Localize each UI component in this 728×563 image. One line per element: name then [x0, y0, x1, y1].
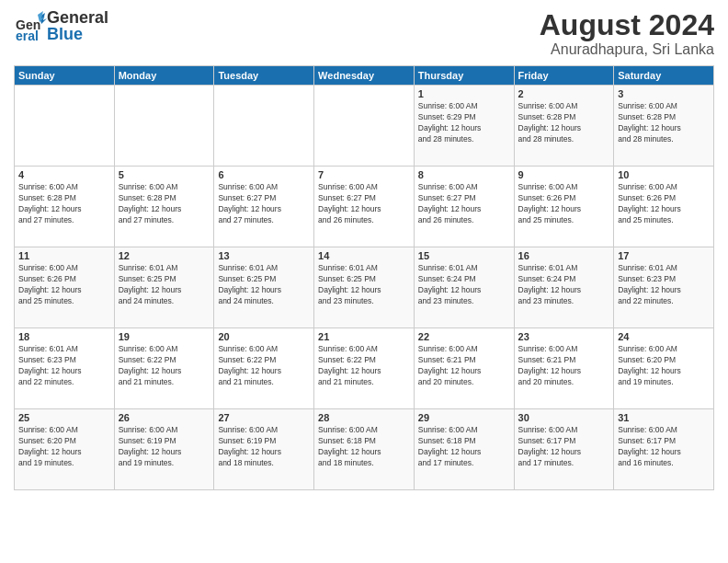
- day-number: 20: [218, 331, 310, 342]
- logo-blue: Blue: [47, 26, 108, 42]
- calendar-cell: 6Sunrise: 6:00 AMSunset: 6:27 PMDaylight…: [214, 167, 314, 247]
- calendar-cell: 14Sunrise: 6:01 AMSunset: 6:25 PMDayligh…: [314, 247, 415, 328]
- calendar-cell: 7Sunrise: 6:00 AMSunset: 6:27 PMDaylight…: [314, 167, 415, 247]
- calendar-cell: 1Sunrise: 6:00 AMSunset: 6:29 PMDaylight…: [414, 86, 514, 167]
- day-info: Sunrise: 6:00 AMSunset: 6:19 PMDaylight:…: [218, 425, 310, 469]
- col-saturday: Saturday: [614, 66, 714, 86]
- calendar-cell: 11Sunrise: 6:00 AMSunset: 6:26 PMDayligh…: [15, 247, 115, 328]
- day-info: Sunrise: 6:01 AMSunset: 6:25 PMDaylight:…: [218, 263, 310, 307]
- day-number: 21: [318, 331, 410, 342]
- day-number: 29: [418, 412, 510, 423]
- day-info: Sunrise: 6:01 AMSunset: 6:25 PMDaylight:…: [119, 263, 210, 307]
- day-number: 2: [518, 88, 610, 99]
- day-info: Sunrise: 6:00 AMSunset: 6:20 PMDaylight:…: [618, 344, 710, 388]
- day-info: Sunrise: 6:01 AMSunset: 6:23 PMDaylight:…: [618, 263, 710, 307]
- day-number: 12: [119, 250, 210, 261]
- col-wednesday: Wednesday: [314, 66, 415, 86]
- calendar-week-4: 18Sunrise: 6:01 AMSunset: 6:23 PMDayligh…: [15, 328, 714, 409]
- day-number: 30: [518, 412, 610, 423]
- calendar-cell: 18Sunrise: 6:01 AMSunset: 6:23 PMDayligh…: [15, 328, 115, 409]
- day-number: 22: [418, 331, 510, 342]
- col-sunday: Sunday: [15, 66, 115, 86]
- day-info: Sunrise: 6:00 AMSunset: 6:27 PMDaylight:…: [418, 182, 510, 226]
- day-info: Sunrise: 6:00 AMSunset: 6:28 PMDaylight:…: [518, 101, 610, 145]
- calendar-cell: 13Sunrise: 6:01 AMSunset: 6:25 PMDayligh…: [214, 247, 314, 328]
- day-number: 10: [618, 169, 710, 180]
- col-monday: Monday: [114, 66, 214, 86]
- day-info: Sunrise: 6:01 AMSunset: 6:24 PMDaylight:…: [518, 263, 610, 307]
- day-number: 14: [318, 250, 410, 261]
- calendar-cell: [15, 86, 115, 167]
- day-number: 17: [618, 250, 710, 261]
- day-info: Sunrise: 6:00 AMSunset: 6:20 PMDaylight:…: [18, 425, 110, 469]
- calendar-cell: 9Sunrise: 6:00 AMSunset: 6:26 PMDaylight…: [514, 167, 614, 247]
- calendar-cell: 29Sunrise: 6:00 AMSunset: 6:18 PMDayligh…: [414, 409, 514, 490]
- page-subtitle: Anuradhapura, Sri Lanka: [540, 41, 714, 58]
- day-info: Sunrise: 6:00 AMSunset: 6:21 PMDaylight:…: [418, 344, 510, 388]
- calendar-cell: 8Sunrise: 6:00 AMSunset: 6:27 PMDaylight…: [414, 167, 514, 247]
- col-tuesday: Tuesday: [214, 66, 314, 86]
- day-number: 15: [418, 250, 510, 261]
- day-info: Sunrise: 6:00 AMSunset: 6:22 PMDaylight:…: [218, 344, 310, 388]
- day-info: Sunrise: 6:00 AMSunset: 6:26 PMDaylight:…: [18, 263, 110, 307]
- day-number: 19: [119, 331, 210, 342]
- title-block: August 2024 Anuradhapura, Sri Lanka: [540, 9, 714, 58]
- calendar-cell: 22Sunrise: 6:00 AMSunset: 6:21 PMDayligh…: [414, 328, 514, 409]
- day-number: 26: [119, 412, 210, 423]
- day-number: 16: [518, 250, 610, 261]
- day-info: Sunrise: 6:00 AMSunset: 6:17 PMDaylight:…: [518, 425, 610, 469]
- col-friday: Friday: [514, 66, 614, 86]
- header: Gen eral General Blue August 2024 Anurad…: [14, 9, 714, 58]
- calendar-cell: 2Sunrise: 6:00 AMSunset: 6:28 PMDaylight…: [514, 86, 614, 167]
- day-info: Sunrise: 6:00 AMSunset: 6:21 PMDaylight:…: [518, 344, 610, 388]
- calendar-cell: 3Sunrise: 6:00 AMSunset: 6:28 PMDaylight…: [614, 86, 714, 167]
- calendar-cell: 24Sunrise: 6:00 AMSunset: 6:20 PMDayligh…: [614, 328, 714, 409]
- calendar-header-row: Sunday Monday Tuesday Wednesday Thursday…: [15, 66, 714, 86]
- logo-text: General: [47, 9, 108, 26]
- day-number: 9: [518, 169, 610, 180]
- day-number: 8: [418, 169, 510, 180]
- calendar-cell: 20Sunrise: 6:00 AMSunset: 6:22 PMDayligh…: [214, 328, 314, 409]
- calendar-cell: 25Sunrise: 6:00 AMSunset: 6:20 PMDayligh…: [15, 409, 115, 490]
- day-number: 6: [218, 169, 310, 180]
- calendar: Sunday Monday Tuesday Wednesday Thursday…: [14, 65, 714, 490]
- calendar-cell: 28Sunrise: 6:00 AMSunset: 6:18 PMDayligh…: [314, 409, 415, 490]
- day-info: Sunrise: 6:01 AMSunset: 6:25 PMDaylight:…: [318, 263, 410, 307]
- day-number: 27: [218, 412, 310, 423]
- day-number: 25: [18, 412, 110, 423]
- calendar-cell: [314, 86, 415, 167]
- day-number: 4: [18, 169, 110, 180]
- calendar-week-3: 11Sunrise: 6:00 AMSunset: 6:26 PMDayligh…: [15, 247, 714, 328]
- calendar-cell: 12Sunrise: 6:01 AMSunset: 6:25 PMDayligh…: [114, 247, 214, 328]
- day-info: Sunrise: 6:01 AMSunset: 6:23 PMDaylight:…: [18, 344, 110, 388]
- day-number: 1: [418, 88, 510, 99]
- day-info: Sunrise: 6:00 AMSunset: 6:18 PMDaylight:…: [418, 425, 510, 469]
- calendar-cell: 21Sunrise: 6:00 AMSunset: 6:22 PMDayligh…: [314, 328, 415, 409]
- logo-icon: Gen eral: [14, 9, 47, 42]
- calendar-week-1: 1Sunrise: 6:00 AMSunset: 6:29 PMDaylight…: [15, 86, 714, 167]
- day-number: 18: [18, 331, 110, 342]
- calendar-cell: 26Sunrise: 6:00 AMSunset: 6:19 PMDayligh…: [114, 409, 214, 490]
- calendar-cell: 15Sunrise: 6:01 AMSunset: 6:24 PMDayligh…: [414, 247, 514, 328]
- day-number: 31: [618, 412, 710, 423]
- calendar-cell: [214, 86, 314, 167]
- day-number: 23: [518, 331, 610, 342]
- calendar-cell: 23Sunrise: 6:00 AMSunset: 6:21 PMDayligh…: [514, 328, 614, 409]
- calendar-cell: 16Sunrise: 6:01 AMSunset: 6:24 PMDayligh…: [514, 247, 614, 328]
- calendar-week-5: 25Sunrise: 6:00 AMSunset: 6:20 PMDayligh…: [15, 409, 714, 490]
- calendar-cell: 27Sunrise: 6:00 AMSunset: 6:19 PMDayligh…: [214, 409, 314, 490]
- day-info: Sunrise: 6:00 AMSunset: 6:28 PMDaylight:…: [18, 182, 110, 226]
- calendar-cell: 19Sunrise: 6:00 AMSunset: 6:22 PMDayligh…: [114, 328, 214, 409]
- day-info: Sunrise: 6:00 AMSunset: 6:17 PMDaylight:…: [618, 425, 710, 469]
- day-number: 28: [318, 412, 410, 423]
- day-number: 5: [119, 169, 210, 180]
- day-number: 24: [618, 331, 710, 342]
- calendar-cell: 4Sunrise: 6:00 AMSunset: 6:28 PMDaylight…: [15, 167, 115, 247]
- calendar-week-2: 4Sunrise: 6:00 AMSunset: 6:28 PMDaylight…: [15, 167, 714, 247]
- day-number: 7: [318, 169, 410, 180]
- day-info: Sunrise: 6:00 AMSunset: 6:28 PMDaylight:…: [618, 101, 710, 145]
- day-info: Sunrise: 6:00 AMSunset: 6:29 PMDaylight:…: [418, 101, 510, 145]
- day-info: Sunrise: 6:00 AMSunset: 6:22 PMDaylight:…: [318, 344, 410, 388]
- col-thursday: Thursday: [414, 66, 514, 86]
- day-info: Sunrise: 6:00 AMSunset: 6:19 PMDaylight:…: [119, 425, 210, 469]
